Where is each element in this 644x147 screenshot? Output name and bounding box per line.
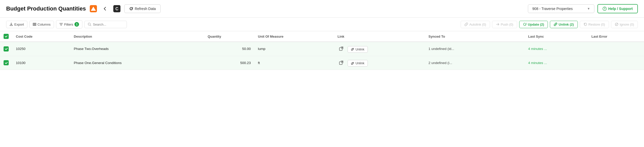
quantity-cell: 50.00 bbox=[204, 42, 254, 56]
table-header-row: Cost Code Description Quantity Unit Of M… bbox=[0, 31, 644, 42]
external-link-icon[interactable] bbox=[338, 45, 345, 52]
svg-text:?: ? bbox=[604, 7, 605, 10]
restore-button[interactable]: Restore (0) bbox=[580, 21, 609, 28]
unit-header: Unit Of Measure bbox=[254, 31, 334, 42]
last-sync-cell: 4 minutes ... bbox=[525, 42, 588, 56]
link-icon bbox=[464, 23, 468, 26]
last-error-cell bbox=[588, 42, 644, 56]
property-dropdown[interactable]: 908 - Traverse Properties ▼ bbox=[528, 4, 594, 13]
filters-button[interactable]: Filters 1 bbox=[56, 20, 82, 28]
table-row: 10100 Phase One.General Conditions 500.2… bbox=[0, 56, 644, 70]
ignore-button[interactable]: Ignore (0) bbox=[611, 21, 638, 28]
export-label: Export bbox=[14, 23, 24, 26]
help-icon: ? bbox=[603, 7, 607, 11]
table-row: 10250 Phase Two.Overheads 50.00 lump Unl… bbox=[0, 42, 644, 56]
ignore-label: Ignore (0) bbox=[620, 23, 634, 26]
quantity-header: Quantity bbox=[204, 31, 254, 42]
link-cell[interactable]: Unlink bbox=[334, 42, 425, 56]
svg-rect-8 bbox=[35, 23, 36, 26]
svg-text:C: C bbox=[115, 7, 118, 11]
cost-code-header: Cost Code bbox=[12, 31, 70, 42]
help-label: Help / Support bbox=[608, 7, 633, 11]
update-icon bbox=[523, 23, 527, 26]
procore-icon bbox=[90, 5, 97, 12]
link-cell[interactable]: Unlink bbox=[334, 56, 425, 70]
cost-code-cell: 10100 bbox=[12, 56, 70, 70]
synced-to-cell: 1 undefined (id... bbox=[425, 42, 525, 56]
checkmark-icon bbox=[5, 35, 8, 38]
synced-to-header: Synced To bbox=[425, 31, 525, 42]
restore-icon bbox=[584, 23, 587, 26]
unlink-row-button[interactable]: Unlink bbox=[348, 46, 368, 53]
unit-cell: lump bbox=[254, 42, 334, 56]
unlink-all-label: Unlink (2) bbox=[559, 23, 574, 26]
unlink-row-button[interactable]: Unlink bbox=[348, 60, 368, 67]
row-checkbox-cell[interactable] bbox=[0, 42, 12, 56]
refresh-button[interactable]: Refresh Data bbox=[124, 4, 161, 13]
c-icon: C bbox=[113, 5, 120, 12]
link-header: Link bbox=[334, 31, 425, 42]
search-field[interactable] bbox=[84, 21, 127, 28]
autolink-label: Autolink (0) bbox=[469, 23, 486, 26]
unlink-icon bbox=[351, 62, 354, 65]
external-link-icon[interactable] bbox=[338, 59, 345, 66]
ignore-icon bbox=[615, 23, 618, 26]
select-all-checkbox[interactable] bbox=[4, 34, 9, 39]
restore-label: Restore (0) bbox=[589, 23, 605, 26]
select-all-cell[interactable] bbox=[0, 31, 12, 42]
procore-icon-button[interactable] bbox=[89, 4, 98, 13]
svg-line-14 bbox=[554, 23, 557, 26]
property-value: 908 - Traverse Properties bbox=[532, 7, 585, 11]
last-error-header: Last Error bbox=[588, 31, 644, 42]
push-icon bbox=[496, 23, 499, 26]
unit-cell: ft bbox=[254, 56, 334, 70]
quantity-cell: 500.23 bbox=[204, 56, 254, 70]
help-support-button[interactable]: ? Help / Support bbox=[597, 4, 638, 13]
filters-icon bbox=[59, 23, 63, 26]
description-cell: Phase Two.Overheads bbox=[70, 42, 204, 56]
svg-line-16 bbox=[616, 23, 618, 25]
update-label: Update (2) bbox=[528, 23, 544, 26]
checkmark-icon bbox=[5, 47, 8, 50]
svg-rect-7 bbox=[34, 23, 35, 26]
search-input[interactable] bbox=[93, 23, 124, 26]
filters-label: Filters bbox=[64, 23, 73, 26]
last-sync-header: Last Sync bbox=[525, 31, 588, 42]
push-label: Push (0) bbox=[501, 23, 513, 26]
search-icon bbox=[88, 23, 91, 26]
checkmark-icon bbox=[5, 61, 8, 65]
refresh-label: Refresh Data bbox=[135, 7, 156, 11]
description-header: Description bbox=[70, 31, 204, 42]
arrow-left-icon bbox=[103, 6, 108, 11]
back-button[interactable] bbox=[101, 4, 109, 13]
svg-line-13 bbox=[90, 25, 91, 26]
export-icon bbox=[9, 23, 13, 26]
row-checkbox[interactable] bbox=[4, 60, 9, 65]
filters-badge: 1 bbox=[74, 22, 79, 27]
header: Budget Production Quantities C bbox=[0, 0, 644, 18]
refresh-icon bbox=[129, 7, 133, 11]
autolink-button[interactable]: Autolink (0) bbox=[461, 21, 490, 28]
update-button[interactable]: Update (2) bbox=[519, 21, 548, 28]
columns-button[interactable]: Columns bbox=[29, 21, 54, 28]
c-icon-button[interactable]: C bbox=[113, 4, 121, 13]
synced-to-cell: 2 undefined (i... bbox=[425, 56, 525, 70]
columns-icon bbox=[33, 23, 36, 26]
data-table: Cost Code Description Quantity Unit Of M… bbox=[0, 31, 644, 147]
columns-label: Columns bbox=[38, 23, 51, 26]
chevron-down-icon: ▼ bbox=[587, 7, 590, 10]
page: Budget Production Quantities C bbox=[0, 0, 644, 147]
page-title: Budget Production Quantities bbox=[6, 5, 86, 12]
toolbar: Export Columns Filters 1 bbox=[0, 18, 644, 31]
unlink-all-icon bbox=[554, 23, 557, 26]
row-checkbox[interactable] bbox=[4, 46, 9, 51]
unlink-all-button[interactable]: Unlink (2) bbox=[550, 21, 578, 28]
cost-code-cell: 10250 bbox=[12, 42, 70, 56]
unlink-icon bbox=[351, 48, 354, 51]
description-cell: Phase One.General Conditions bbox=[70, 56, 204, 70]
push-button[interactable]: Push (0) bbox=[492, 21, 517, 28]
last-error-cell bbox=[588, 56, 644, 70]
svg-rect-6 bbox=[33, 23, 34, 26]
export-button[interactable]: Export bbox=[6, 21, 27, 28]
row-checkbox-cell[interactable] bbox=[0, 56, 12, 70]
